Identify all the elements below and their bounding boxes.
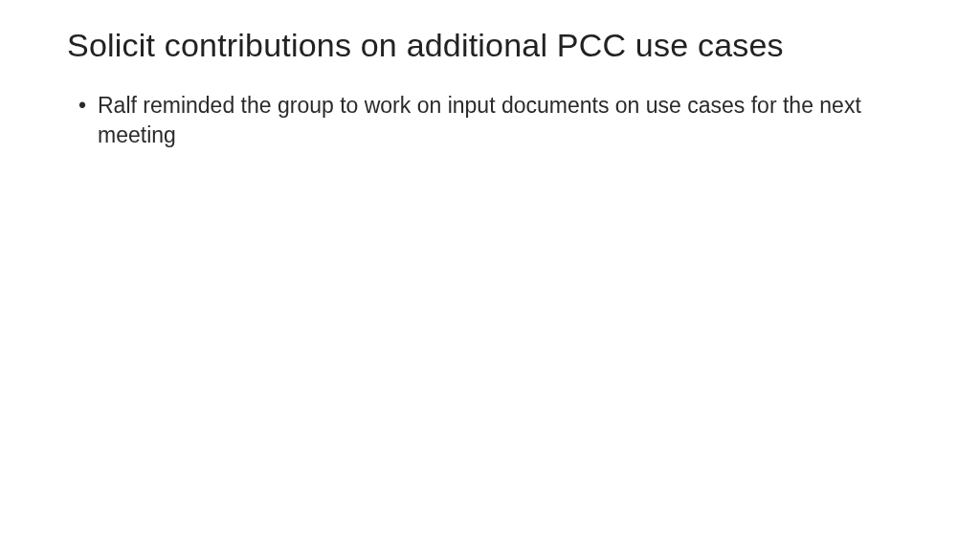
- bullet-item: Ralf reminded the group to work on input…: [78, 91, 913, 150]
- slide-title: Solicit contributions on additional PCC …: [67, 27, 913, 64]
- bullet-list: Ralf reminded the group to work on input…: [67, 91, 913, 150]
